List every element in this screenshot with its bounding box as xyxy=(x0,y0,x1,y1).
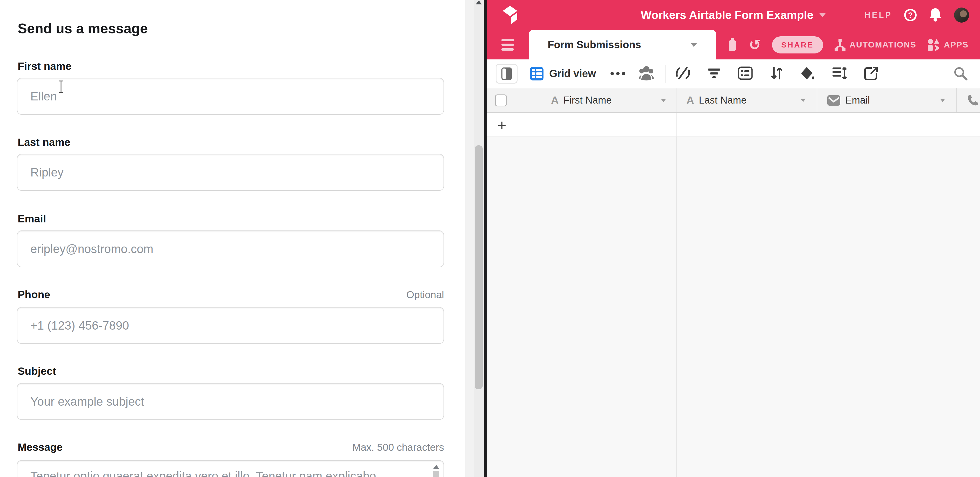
apps-icon xyxy=(927,38,940,51)
tabbar-right-cluster: ↺ SHARE AUTOMATIONS xyxy=(727,36,969,54)
message-textarea[interactable] xyxy=(17,460,444,477)
sort-icon[interactable] xyxy=(770,66,783,81)
first-name-label: First name xyxy=(18,60,72,73)
field-type-text-icon: A xyxy=(686,94,694,107)
form-title: Send us a message xyxy=(18,20,148,36)
field-type-text-icon: A xyxy=(551,94,558,107)
frozen-column-divider xyxy=(676,137,677,477)
grid-empty-area xyxy=(487,137,980,477)
grid-view-icon xyxy=(530,67,544,81)
textarea-scrollbar[interactable] xyxy=(431,463,441,477)
select-all-checkbox[interactable] xyxy=(495,95,507,106)
scroll-up-arrow-icon[interactable] xyxy=(433,465,439,469)
automations-button[interactable]: AUTOMATIONS xyxy=(834,38,916,52)
subject-label: Subject xyxy=(18,365,56,377)
textarea-scrollbar-thumb[interactable] xyxy=(433,471,439,477)
text-cursor-icon xyxy=(58,81,64,93)
phone-field-icon xyxy=(967,94,980,107)
topbar-right-cluster: HELP ? xyxy=(864,7,969,23)
add-record-row[interactable]: + xyxy=(487,113,980,137)
email-input[interactable] xyxy=(17,230,444,267)
share-button[interactable]: SHARE xyxy=(772,36,823,54)
base-title-text: Workers Airtable Form Example xyxy=(641,9,813,22)
last-name-input[interactable] xyxy=(17,154,444,191)
toolbar-separator xyxy=(665,65,665,83)
email-label: Email xyxy=(18,213,46,225)
apps-button[interactable]: APPS xyxy=(927,38,969,51)
table-tabs-bar: Form Submissions ↺ SHARE xyxy=(487,30,980,59)
table-tab-label: Form Submissions xyxy=(548,39,641,51)
group-icon[interactable] xyxy=(738,67,753,81)
column-header-phone[interactable]: Phone xyxy=(957,88,980,113)
automations-icon xyxy=(834,38,846,52)
column-header-last-name[interactable]: A Last Name xyxy=(676,88,817,113)
view-toolbar: Grid view xyxy=(487,59,980,88)
base-title[interactable]: Workers Airtable Form Example xyxy=(641,9,826,22)
chevron-down-icon xyxy=(690,43,697,47)
help-question-icon[interactable]: ? xyxy=(904,9,916,21)
add-record-button[interactable]: + xyxy=(498,116,506,133)
column-header-email[interactable]: Email xyxy=(817,88,957,113)
hide-fields-icon[interactable] xyxy=(675,66,690,82)
page-scrollbar-thumb[interactable] xyxy=(475,145,483,389)
screenshot-stage: Send us a message First name Last name E… xyxy=(0,0,980,477)
view-options-ellipsis-icon[interactable] xyxy=(611,72,625,75)
message-label: Message xyxy=(18,441,62,453)
collaborators-icon[interactable] xyxy=(638,66,654,82)
frozen-column-divider xyxy=(676,113,677,136)
column-dropdown-icon[interactable] xyxy=(661,98,666,102)
open-view-external-icon[interactable] xyxy=(864,66,878,81)
contact-form-pane: Send us a message First name Last name E… xyxy=(0,0,465,477)
sidebar-menu-icon[interactable] xyxy=(501,39,514,51)
subject-input[interactable] xyxy=(17,383,444,420)
window-divider xyxy=(484,0,487,477)
row-height-icon[interactable] xyxy=(832,67,847,81)
filter-icon[interactable] xyxy=(707,67,721,81)
page-scroll-up-arrow-icon[interactable] xyxy=(476,0,482,5)
help-button[interactable]: HELP xyxy=(864,10,892,20)
side-panel-icon xyxy=(501,68,512,80)
page-scrollbar[interactable] xyxy=(465,0,484,477)
phone-input[interactable] xyxy=(17,307,444,344)
airtable-base-logo-icon[interactable] xyxy=(502,5,519,25)
airtable-topbar: Workers Airtable Form Example HELP ? xyxy=(487,0,980,30)
column-dropdown-icon[interactable] xyxy=(800,98,806,102)
first-name-input[interactable] xyxy=(17,78,444,115)
message-maxchars-note: Max. 500 characters xyxy=(352,442,444,453)
contact-form: Send us a message First name Last name E… xyxy=(0,0,465,477)
grid-header-row: A First Name A Last Name Email xyxy=(487,88,980,113)
chevron-down-icon xyxy=(819,13,826,17)
phone-label: Phone xyxy=(18,288,50,301)
column-dropdown-icon[interactable] xyxy=(940,98,945,102)
phone-optional-note: Optional xyxy=(406,289,444,301)
airtable-pane: Workers Airtable Form Example HELP ? xyxy=(487,0,980,477)
email-field-icon xyxy=(827,95,840,106)
trash-icon[interactable] xyxy=(727,37,738,53)
view-sidebar-toggle-button[interactable] xyxy=(496,64,517,84)
history-icon[interactable]: ↺ xyxy=(749,38,761,52)
view-name[interactable]: Grid view xyxy=(549,68,596,79)
notifications-bell-icon[interactable] xyxy=(929,7,942,23)
tab-form-submissions[interactable]: Form Submissions xyxy=(529,30,716,59)
color-fill-icon[interactable] xyxy=(800,66,815,81)
column-header-first-name[interactable]: A First Name xyxy=(487,88,676,113)
user-avatar[interactable] xyxy=(954,8,969,22)
last-name-label: Last name xyxy=(18,136,70,149)
search-icon[interactable] xyxy=(953,66,967,81)
